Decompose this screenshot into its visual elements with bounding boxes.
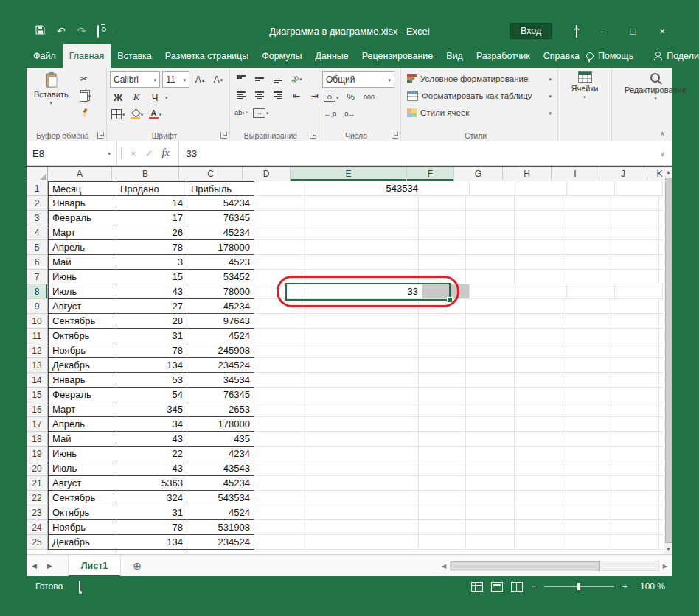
align-middle-button[interactable] — [251, 71, 268, 86]
zoom-out-button[interactable]: − — [531, 581, 536, 592]
cell-E9[interactable] — [302, 299, 419, 314]
cell-E17[interactable] — [302, 417, 419, 432]
cell-J17[interactable] — [611, 417, 659, 432]
cell-E12[interactable] — [302, 343, 419, 358]
cell-I8[interactable] — [567, 284, 615, 299]
cell-J23[interactable] — [611, 505, 659, 520]
cell-C16[interactable]: 2653 — [187, 402, 254, 417]
copy-button[interactable]: ▾ — [76, 88, 93, 103]
decrease-decimal-button[interactable]: ,0→ — [341, 107, 357, 122]
cell-B1[interactable]: Продано — [116, 181, 187, 196]
cell-E25[interactable] — [302, 535, 419, 550]
bold-button[interactable]: Ж — [110, 90, 126, 105]
cell-E23[interactable] — [302, 505, 419, 520]
cell-J21[interactable] — [611, 476, 659, 491]
row-header-16[interactable]: 16 — [27, 402, 48, 417]
cell-C6[interactable]: 4523 — [187, 255, 254, 270]
cell-G13[interactable] — [466, 358, 515, 373]
cell-G18[interactable] — [466, 432, 515, 447]
cell-F8[interactable] — [422, 284, 470, 299]
cell-G14[interactable] — [466, 373, 515, 388]
cell-B17[interactable]: 34 — [116, 417, 187, 432]
cell-J18[interactable] — [611, 432, 659, 447]
camera-button[interactable] — [97, 26, 99, 37]
cell-J12[interactable] — [611, 343, 659, 358]
font-name-combo[interactable]: Calibri▾ — [110, 71, 160, 88]
cell-E18[interactable] — [302, 432, 419, 447]
cell-D9[interactable] — [254, 299, 302, 314]
ribbon-tab-home[interactable]: Главная — [63, 44, 111, 68]
cell-D7[interactable] — [254, 270, 302, 284]
zoom-slider[interactable] — [544, 586, 614, 587]
cell-A22[interactable]: Сентябрь — [48, 491, 116, 505]
ribbon-tab-view[interactable]: Вид — [439, 44, 470, 68]
number-format-combo[interactable]: Общий▾ — [322, 71, 394, 88]
cell-D12[interactable] — [254, 343, 302, 358]
cell-A6[interactable]: Май — [48, 255, 116, 270]
cells-button[interactable]: Ячейки ▾ — [567, 70, 603, 129]
cell-B11[interactable]: 31 — [116, 329, 187, 343]
cell-J24[interactable] — [611, 520, 659, 535]
cell-F2[interactable] — [419, 196, 466, 211]
cell-E20[interactable] — [302, 461, 419, 476]
cell-J20[interactable] — [611, 461, 659, 476]
macro-record-button[interactable] — [79, 581, 80, 592]
align-center-button[interactable] — [251, 88, 268, 103]
scroll-left-button[interactable]: ◀ — [438, 563, 450, 570]
cell-H5[interactable] — [515, 240, 563, 255]
cell-B15[interactable]: 54 — [116, 388, 187, 402]
cell-I16[interactable] — [563, 402, 611, 417]
cell-G12[interactable] — [466, 343, 515, 358]
cell-D4[interactable] — [254, 225, 302, 240]
cell-I25[interactable] — [563, 535, 611, 550]
cell-A19[interactable]: Июнь — [48, 447, 116, 461]
cell-H18[interactable] — [515, 432, 563, 447]
cell-D8[interactable] — [254, 284, 302, 299]
cell-B13[interactable]: 134 — [116, 358, 187, 373]
cell-H3[interactable] — [515, 211, 563, 225]
cell-E2[interactable] — [302, 196, 419, 211]
cell-J19[interactable] — [611, 447, 659, 461]
cell-B24[interactable]: 78 — [116, 520, 187, 535]
cell-B4[interactable]: 26 — [116, 225, 187, 240]
cell-I19[interactable] — [563, 447, 611, 461]
cell-F15[interactable] — [419, 388, 466, 402]
cell-D23[interactable] — [254, 505, 302, 520]
redo-button[interactable]: ↷ — [77, 26, 86, 36]
align-right-button[interactable] — [270, 88, 286, 103]
cell-F18[interactable] — [419, 432, 466, 447]
clipboard-dialog-launcher[interactable] — [97, 132, 104, 139]
horizontal-scroll-track[interactable] — [450, 561, 659, 571]
row-header-4[interactable]: 4 — [27, 225, 48, 240]
collapse-ribbon-button[interactable]: ∧ — [660, 130, 665, 138]
cell-B25[interactable]: 134 — [116, 535, 187, 550]
number-dialog-launcher[interactable] — [392, 132, 398, 139]
cell-J5[interactable] — [611, 240, 659, 255]
grow-font-button[interactable]: А▴ — [192, 72, 208, 87]
cell-A5[interactable]: Апрель — [48, 240, 116, 255]
zoom-slider-thumb[interactable] — [577, 583, 580, 590]
cell-F25[interactable] — [419, 535, 466, 550]
cell-J4[interactable] — [611, 225, 659, 240]
cell-F3[interactable] — [419, 211, 466, 225]
ribbon-tab-developer[interactable]: Разработчик — [470, 44, 537, 68]
cell-A13[interactable]: Декабрь — [48, 358, 116, 373]
row-header-18[interactable]: 18 — [27, 432, 48, 447]
cell-F21[interactable] — [419, 476, 466, 491]
row-header-20[interactable]: 20 — [27, 461, 48, 476]
cell-I4[interactable] — [563, 225, 611, 240]
percent-style-button[interactable]: % — [343, 90, 359, 105]
cell-B16[interactable]: 345 — [116, 402, 187, 417]
cell-J8[interactable] — [615, 284, 663, 299]
cell-B12[interactable]: 78 — [116, 343, 187, 358]
cell-I6[interactable] — [563, 255, 611, 270]
cell-I18[interactable] — [563, 432, 611, 447]
cell-F20[interactable] — [419, 461, 466, 476]
cell-E1[interactable]: 543534 — [302, 181, 422, 196]
accounting-format-button[interactable]: ▾ — [322, 90, 341, 105]
font-dialog-launcher[interactable] — [220, 132, 227, 139]
cell-J3[interactable] — [611, 211, 659, 225]
merge-center-button[interactable]: ↔▾ — [251, 105, 271, 120]
cell-C12[interactable]: 245908 — [187, 343, 254, 358]
cell-H13[interactable] — [515, 358, 563, 373]
